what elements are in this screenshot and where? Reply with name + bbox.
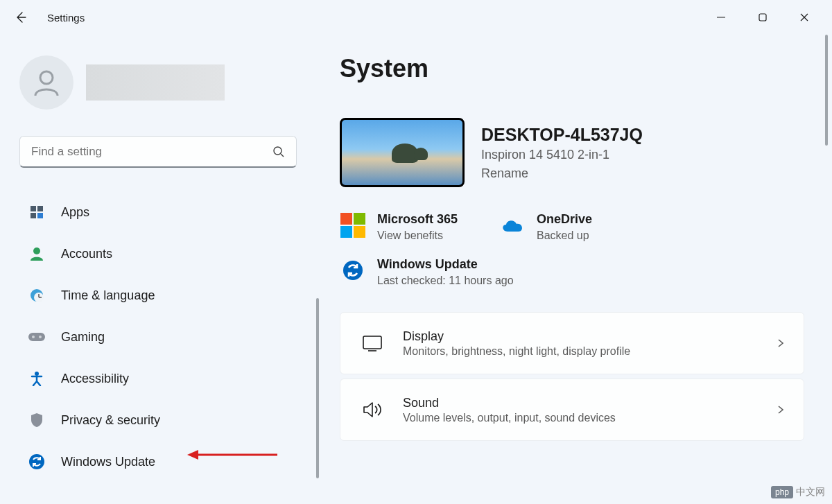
- nav-label: Gaming: [61, 330, 105, 345]
- search-box[interactable]: [19, 136, 297, 168]
- device-thumbnail[interactable]: [340, 118, 465, 187]
- nav-label: Windows Update: [61, 455, 155, 469]
- nav-item-accounts[interactable]: Accounts: [19, 237, 300, 270]
- svg-point-2: [40, 71, 53, 84]
- close-button[interactable]: [783, 3, 825, 31]
- status-row-1: Microsoft 365 View benefits OneDrive Bac…: [340, 212, 804, 242]
- apps-icon: [28, 203, 46, 221]
- minimize-button[interactable]: [700, 3, 742, 31]
- settings-card-sound[interactable]: Sound Volume levels, output, input, soun…: [340, 379, 804, 441]
- watermark: php 中文网: [771, 486, 825, 498]
- nav-item-apps[interactable]: Apps: [19, 195, 300, 229]
- device-info-row: DESKTOP-4L537JQ Inspiron 14 5410 2-in-1 …: [340, 118, 804, 187]
- svg-line-4: [281, 154, 284, 157]
- nav-label: Time & language: [61, 288, 155, 303]
- profile-section[interactable]: [19, 55, 300, 110]
- device-name: DESKTOP-4L537JQ: [481, 125, 643, 145]
- svg-rect-6: [37, 206, 43, 211]
- watermark-badge: php: [771, 486, 793, 498]
- accounts-icon: [28, 245, 46, 263]
- nav-item-accessibility[interactable]: Accessibility: [19, 362, 300, 395]
- status-row-2: Windows Update Last checked: 11 hours ag…: [340, 257, 804, 287]
- watermark-text: 中文网: [796, 486, 825, 498]
- svg-point-15: [32, 336, 35, 338]
- nav-item-gaming[interactable]: Gaming: [19, 320, 300, 354]
- arrow-left-icon: [14, 10, 28, 24]
- window-controls: [700, 3, 825, 31]
- svg-point-18: [29, 454, 44, 469]
- card-title: Sound: [403, 396, 776, 410]
- sound-icon: [358, 401, 386, 419]
- nav-label: Privacy & security: [61, 413, 160, 428]
- svg-rect-8: [37, 213, 43, 218]
- search-input[interactable]: [31, 145, 272, 159]
- app-title: Settings: [47, 12, 85, 24]
- main-content: System DESKTOP-4L537JQ Inspiron 14 5410 …: [319, 35, 832, 504]
- card-sub: Volume levels, output, input, sound devi…: [403, 412, 776, 424]
- settings-list: Display Monitors, brightness, night ligh…: [340, 312, 804, 441]
- status-windows-update[interactable]: Windows Update Last checked: 11 hours ag…: [340, 257, 514, 287]
- svg-point-9: [33, 247, 40, 254]
- svg-rect-1: [759, 14, 766, 21]
- card-title: Display: [403, 329, 776, 344]
- status-sub: View benefits: [377, 229, 458, 242]
- status-title: Windows Update: [377, 257, 514, 272]
- page-title: System: [340, 54, 804, 83]
- person-icon: [31, 67, 62, 98]
- onedrive-icon: [499, 212, 526, 238]
- minimize-icon: [716, 12, 726, 22]
- accessibility-icon: [28, 370, 46, 388]
- annotation-arrow: [187, 449, 277, 460]
- status-title: OneDrive: [537, 212, 592, 227]
- back-button[interactable]: [7, 3, 35, 31]
- main-scrollbar[interactable]: [825, 35, 828, 146]
- maximize-button[interactable]: [742, 3, 783, 31]
- rename-link[interactable]: Rename: [481, 166, 643, 181]
- nav-list: Apps Accounts Time & language Gaming Acc…: [19, 195, 300, 478]
- svg-rect-5: [31, 206, 36, 211]
- microsoft-365-icon: [340, 212, 366, 238]
- status-title: Microsoft 365: [377, 212, 458, 227]
- status-sub: Backed up: [537, 229, 592, 242]
- settings-card-display[interactable]: Display Monitors, brightness, night ligh…: [340, 312, 804, 374]
- device-model: Inspiron 14 5410 2-in-1: [481, 148, 643, 162]
- status-sub: Last checked: 11 hours ago: [377, 275, 514, 287]
- windows-update-icon: [28, 453, 46, 471]
- gaming-icon: [28, 328, 46, 346]
- nav-item-privacy-security[interactable]: Privacy & security: [19, 403, 300, 437]
- titlebar: Settings: [0, 0, 832, 35]
- username-redacted: [86, 64, 225, 101]
- status-microsoft-365[interactable]: Microsoft 365 View benefits: [340, 212, 458, 242]
- sidebar: Apps Accounts Time & language Gaming Acc…: [0, 35, 319, 504]
- svg-rect-21: [363, 336, 381, 349]
- nav-label: Accessibility: [61, 372, 129, 386]
- update-status-icon: [340, 257, 366, 284]
- chevron-right-icon: [776, 338, 786, 348]
- status-onedrive[interactable]: OneDrive Backed up: [499, 212, 592, 242]
- chevron-right-icon: [776, 405, 786, 415]
- card-sub: Monitors, brightness, night light, displ…: [403, 345, 776, 358]
- nav-item-time-language[interactable]: Time & language: [19, 279, 300, 312]
- svg-point-17: [35, 372, 39, 376]
- svg-rect-7: [31, 213, 36, 218]
- maximize-icon: [758, 12, 768, 22]
- search-icon: [272, 146, 285, 158]
- svg-point-3: [274, 147, 281, 155]
- time-language-icon: [28, 286, 46, 304]
- privacy-icon: [28, 411, 46, 429]
- avatar: [19, 55, 73, 110]
- svg-rect-14: [28, 333, 45, 341]
- nav-label: Accounts: [61, 247, 112, 261]
- nav-label: Apps: [61, 205, 89, 220]
- svg-point-20: [343, 261, 363, 280]
- svg-point-16: [39, 336, 42, 338]
- close-icon: [799, 12, 809, 22]
- display-icon: [358, 335, 386, 351]
